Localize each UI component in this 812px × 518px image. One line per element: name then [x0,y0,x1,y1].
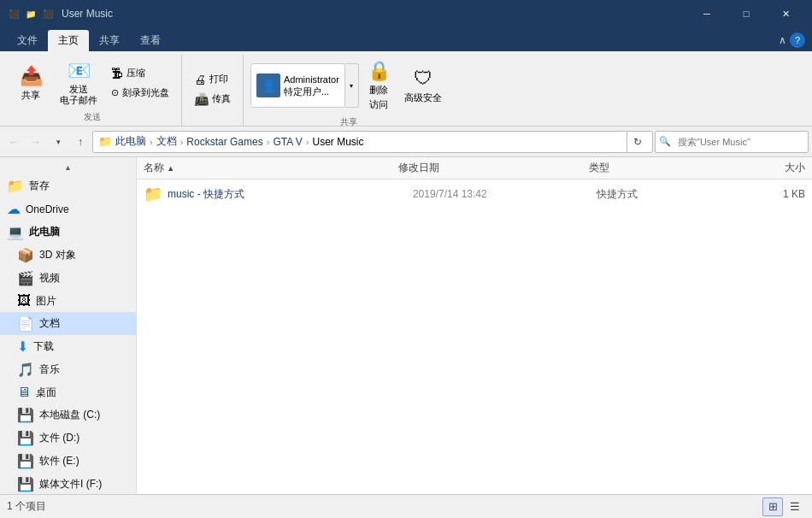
content-header: 名称 ▲ 修改日期 类型 大小 [137,157,812,180]
status-bar: 1 个项目 ⊞ ☰ [0,494,812,518]
breadcrumb-gtav[interactable]: GTA V [273,136,302,148]
view-btn-grid[interactable]: ⊞ [762,497,783,516]
sidebar-item-onedrive[interactable]: ☁ OneDrive [0,197,136,221]
sidebar-item-3d-label: 3D 对象 [39,248,76,262]
sidebar-item-pictures[interactable]: 🖼 图片 [0,290,136,312]
recent-button[interactable]: ▾ [48,132,68,152]
admin-name: Administrator [284,74,339,85]
share-user-buttons: 👤 Administrator 特定用户... ▾ 🔒 删除 访问 🛡 高级安全 [250,55,447,116]
file-size: 1 KB [720,188,805,200]
col-header-date[interactable]: 修改日期 [398,161,589,175]
ribbon-group-print: 🖨 打印 📠 传真 [182,55,244,126]
sidebar-item-drive-d[interactable]: 💾 文件 (D:) [0,427,136,450]
col-header-size[interactable]: 大小 [716,161,805,175]
compress-button[interactable]: 🗜 压缩 [106,64,174,83]
app-icon-3: ⬛ [41,7,55,21]
col-header-name[interactable]: 名称 ▲ [144,161,398,175]
sidebar-item-drive-f-label: 媒体文件I (F:) [39,477,102,492]
breadcrumb-rockstar[interactable]: Rockstar Games [186,136,262,148]
sidebar-item-music[interactable]: 🎵 音乐 [0,358,136,381]
advanced-security-button[interactable]: 🛡 高级安全 [399,62,447,109]
sidebar-item-drive-c-label: 本地磁盘 (C:) [39,408,100,422]
lock-icon: 🔒 [368,60,391,82]
col-size-label: 大小 [785,162,805,174]
sidebar-item-documents-label: 文档 [39,316,60,331]
tab-home[interactable]: 主页 [48,30,89,51]
sidebar-scroll-up[interactable]: ▲ [0,161,136,174]
sidebar-item-drive-e[interactable]: 💾 软件 (E:) [0,450,136,473]
breadcrumb-documents[interactable]: 文档 [156,134,177,149]
view-btn-list[interactable]: ☰ [785,497,805,516]
sidebar-item-video-label: 视频 [39,271,60,285]
burn-icon: ⊙ [111,87,119,98]
app-icon-2: 📁 [24,7,38,21]
ribbon-collapse-btn[interactable]: ∧ [779,34,786,46]
sep1: › [150,137,153,147]
search-bar[interactable]: 🔍 [655,131,809,153]
close-button[interactable]: ✕ [766,0,805,27]
search-icon: 🔍 [656,136,674,147]
sidebar-item-pictures-label: 图片 [36,294,56,309]
tab-file[interactable]: 文件 [7,30,48,51]
delete-access-button[interactable]: 🔒 删除 访问 [361,58,397,113]
refresh-button[interactable]: ↻ [627,131,647,153]
back-button[interactable]: ← [3,132,24,152]
delete-label: 删除 [369,84,388,97]
admin-button[interactable]: 👤 Administrator 特定用户... [250,63,345,108]
ribbon-group-share-user: 👤 Administrator 特定用户... ▾ 🔒 删除 访问 🛡 高级安全 [244,55,454,126]
tab-view[interactable]: 查看 [130,30,171,51]
search-input[interactable] [674,137,808,147]
sep3: › [267,137,270,147]
forward-button[interactable]: → [26,132,46,152]
col-header-type[interactable]: 类型 [589,161,716,175]
sidebar-item-documents[interactable]: 📄 文档 [0,312,136,335]
print-label: 打印 [209,73,228,85]
email-icon: 📧 [68,60,91,82]
sidebar-item-drive-f[interactable]: 💾 媒体文件I (F:) [0,473,136,494]
fax-button[interactable]: 📠 传真 [189,90,236,109]
minimize-button[interactable]: ─ [687,0,727,27]
up-button[interactable]: ↑ [70,132,91,152]
admin-btn-wrapper: 👤 Administrator 特定用户... ▾ [250,63,359,108]
sidebar-item-desktop[interactable]: 🖥 桌面 [0,381,136,403]
breadcrumb-computer[interactable]: 此电脑 [115,134,146,149]
send-email-button[interactable]: 📧 发送电子邮件 [55,58,103,108]
drive-d-icon: 💾 [17,430,34,446]
sidebar-item-thispc-label: 此电脑 [29,225,60,239]
ribbon-help-btn[interactable]: ? [790,32,805,48]
sidebar-item-temp-label: 暂存 [29,179,50,193]
address-bar[interactable]: 📁 此电脑 › 文档 › Rockstar Games › GTA V › Us… [92,131,653,153]
table-row[interactable]: 📁 music - 快捷方式 2019/7/14 13:42 快捷方式 1 KB [137,180,812,209]
onedrive-icon: ☁ [7,201,21,217]
file-name: music - 快捷方式 [168,187,413,202]
burn-button[interactable]: ⊙ 刻录到光盘 [106,84,174,103]
downloads-icon: ⬇ [17,338,28,355]
share-button[interactable]: 📤 共享 [10,59,51,107]
sidebar-item-video[interactable]: 🎬 视频 [0,267,136,290]
sidebar-item-downloads[interactable]: ⬇ 下载 [0,335,136,358]
sidebar-item-thispc[interactable]: 💻 此电脑 [0,221,136,244]
tab-share[interactable]: 共享 [89,30,130,51]
item-count: 1 个项目 [7,499,46,514]
breadcrumb-current: User Music [313,136,364,148]
admin-text: Administrator 特定用户... [284,74,339,98]
fax-icon: 📠 [194,92,209,106]
sidebar-item-drive-c[interactable]: 💾 本地磁盘 (C:) [0,403,136,427]
print-group: 🖨 打印 📠 传真 [189,70,236,109]
file-folder-icon: 📁 [144,185,162,203]
print-button[interactable]: 🖨 打印 [189,70,236,89]
maximize-button[interactable]: □ [727,0,766,27]
col-type-label: 类型 [589,162,609,174]
sidebar-item-temp[interactable]: 📁 暂存 [0,174,136,197]
print-buttons: 🖨 打印 📠 传真 [189,55,236,123]
admin-dropdown-arrow[interactable]: ▾ [345,63,359,108]
folder-icon-nav: 📁 [98,135,112,148]
sidebar-item-drive-e-label: 软件 (E:) [39,454,79,468]
ribbon: 📤 共享 📧 发送电子邮件 🗜 压缩 ⊙ 刻录到光盘 发送 [0,51,812,127]
drive-f-icon: 💾 [17,476,34,492]
video-icon: 🎬 [17,270,34,286]
share-label: 共享 [21,89,40,102]
sidebar-item-3d[interactable]: 📦 3D 对象 [0,244,136,267]
share-user-group-label: 共享 [340,116,357,131]
thispc-icon: 💻 [7,224,24,240]
